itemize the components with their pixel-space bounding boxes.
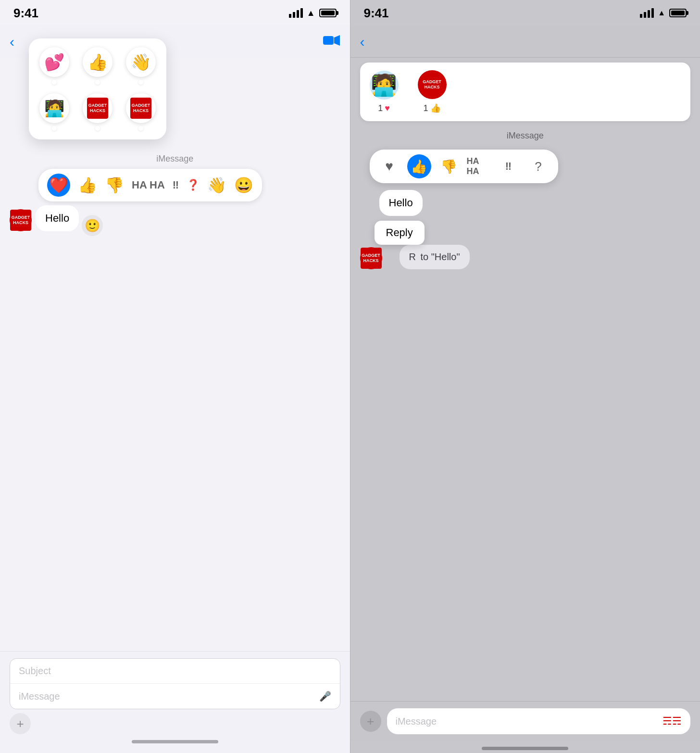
reaction-heart-bubble: 💕 <box>39 47 69 77</box>
left-input-row: + <box>10 713 340 734</box>
left-bubble-wrapper: Hello 🙂 <box>36 205 79 231</box>
right-back-button[interactable]: ‹ <box>360 34 365 50</box>
reaction-heart-item[interactable]: 💕 <box>39 47 69 85</box>
emoji-picker-button[interactable]: 🙂 <box>82 215 103 236</box>
person2-avatar: GADGET HACKS <box>418 70 447 99</box>
thumbsdown-icon: 👎 <box>440 159 457 175</box>
left-input-area: Subject iMessage 🎤 + <box>0 651 350 753</box>
right-status-icons: ▲ <box>640 8 687 18</box>
reaction-wave-item[interactable]: 👋 <box>126 47 156 85</box>
waveform-icon: ☴☴ <box>662 715 682 728</box>
right-message-area: Hello Reply GADGET HACKS R to "Hello" <box>350 190 700 701</box>
left-plus-button[interactable]: + <box>10 713 31 734</box>
reactions-top-row: 💕 👍 👋 <box>39 47 156 85</box>
reaction-thumbsup-bubble: 👍 <box>83 47 112 77</box>
reactions-bottom-row: 🧑‍💻 GADGET HACKS GADGET HACKS <box>39 93 156 131</box>
person2-reaction-count: 1 👍 <box>423 103 440 113</box>
subject-input[interactable]: Subject <box>10 659 340 684</box>
right-input-area: + iMessage ☴☴ <box>350 701 700 741</box>
video-call-button[interactable] <box>323 34 340 50</box>
right-tapback-thumbsdown[interactable]: 👎 <box>437 154 461 178</box>
right-plus-icon: + <box>367 714 374 729</box>
tapback-exclaim[interactable]: ‼️ <box>173 179 179 191</box>
thumbsup-icon: 👍 <box>411 159 427 175</box>
heart-reaction-icon: ♥ <box>385 103 390 113</box>
right-status-bar: 9:41 ▲ <box>350 0 700 26</box>
right-hello-bubble-wrapper: Hello Reply <box>370 190 423 216</box>
message-placeholder-text: iMessage <box>19 691 60 702</box>
gadget-badge-header: GADGET HACKS <box>419 71 446 98</box>
memoji-icon: 🧑‍💻 <box>371 73 397 98</box>
right-plus-button[interactable]: + <box>360 711 381 732</box>
right-home-indicator <box>482 747 568 750</box>
left-tapback-row: ❤️ 👍 👎 HA HA ‼️ ❓ 👋 😀 <box>38 169 262 201</box>
reaction-gadget1-bubble: GADGET HACKS <box>83 93 112 123</box>
reaction-person-1: 🧑‍💻 1 ♥ <box>370 71 399 113</box>
back-button[interactable]: ‹ <box>10 34 14 50</box>
person1-avatar: 🧑‍💻 <box>370 71 399 100</box>
subject-field: Subject iMessage 🎤 <box>10 658 340 709</box>
wifi-icon: ▲ <box>307 8 315 18</box>
exclaim-icon: ‼ <box>505 160 512 173</box>
reaction-memoji-dot <box>52 126 57 131</box>
right-avatar: GADGET HACKS <box>360 247 382 269</box>
reaction-thumbsup-dot <box>95 80 100 85</box>
right-partial-r: R <box>409 251 416 262</box>
right-tapback-haha[interactable]: HA HA <box>467 154 491 178</box>
tapback-emoji[interactable]: 😀 <box>234 176 253 194</box>
tapback-heart[interactable]: ❤️ <box>47 174 70 197</box>
message-input-field[interactable]: iMessage 🎤 <box>10 684 340 709</box>
battery-icon <box>319 9 337 17</box>
right-tapback-heart[interactable]: ♥ <box>377 154 401 178</box>
reactions-popup: 💕 👍 👋 🧑‍💻 GADGET HACKS <box>29 38 166 139</box>
reaction-heart-dot <box>52 80 57 85</box>
left-phone-panel: 9:41 ▲ ‹ 💕 <box>0 0 350 753</box>
right-partial-bubble: R to "Hello" <box>400 245 470 269</box>
left-status-icons: ▲ <box>289 8 337 18</box>
right-phone-panel: 9:41 ▲ ‹ 🧑‍💻 1 ♥ <box>350 0 700 753</box>
reaction-memoji-item[interactable]: 🧑‍💻 <box>39 93 69 131</box>
question-icon: ? <box>535 159 541 174</box>
reply-tooltip[interactable]: Reply <box>375 221 425 245</box>
thumbsup-reaction-icon: 👍 <box>430 103 441 113</box>
right-wifi-icon: ▲ <box>658 9 665 17</box>
right-tapback-question[interactable]: ? <box>526 154 550 178</box>
right-tapback-popup: ♥ 👍 👎 HA HA ‼ ? <box>370 150 558 183</box>
right-battery-icon <box>669 9 687 17</box>
tapback-question[interactable]: ❓ <box>187 179 200 191</box>
right-nav-bar: ‹ <box>350 26 700 58</box>
reaction-gadget2-item[interactable]: GADGET HACKS <box>126 93 156 131</box>
reaction-gadget1-item[interactable]: GADGET HACKS <box>83 93 112 131</box>
right-hello-text: Hello <box>389 197 413 209</box>
right-hello-row: Hello Reply <box>360 190 691 216</box>
right-status-time: 9:41 <box>364 6 389 21</box>
right-reaction-row: GADGET HACKS R to "Hello" <box>360 245 691 269</box>
right-gadget-badge: GADGET HACKS <box>361 248 382 269</box>
right-tapback-container: ♥ 👍 👎 HA HA ‼ ? <box>350 146 700 187</box>
right-hello-bubble: Hello <box>379 190 423 216</box>
right-imessage-label: iMessage <box>350 131 700 141</box>
tapback-thumbsdown[interactable]: 👎 <box>105 176 124 194</box>
tapback-haha[interactable]: HA HA <box>132 179 165 191</box>
right-message-input[interactable]: iMessage ☴☴ <box>387 708 691 734</box>
svg-rect-0 <box>323 36 334 45</box>
reaction-thumbsup-item[interactable]: 👍 <box>83 47 112 85</box>
mic-icon: 🎤 <box>319 690 331 702</box>
tapback-thumbsup[interactable]: 👍 <box>78 176 97 194</box>
person1-count: 1 <box>378 103 383 113</box>
heart-icon: ♥ <box>385 159 393 174</box>
left-hello-text: Hello <box>45 212 69 224</box>
reaction-person-2: GADGET HACKS 1 👍 <box>418 70 447 113</box>
right-tapback-thumbsup[interactable]: 👍 <box>407 154 431 178</box>
reaction-memoji-bubble: 🧑‍💻 <box>39 93 69 123</box>
person2-count: 1 <box>423 103 428 113</box>
svg-marker-1 <box>334 35 340 46</box>
reaction-wave-bubble: 👋 <box>126 47 156 77</box>
left-message-area: iMessage ❤️ 👍 👎 HA HA ‼️ ❓ 👋 😀 GADGET HA… <box>0 58 350 651</box>
left-home-indicator <box>132 740 218 743</box>
left-message-row: GADGET HACKS Hello 🙂 <box>10 205 340 231</box>
tapback-wave[interactable]: 👋 <box>207 176 226 194</box>
right-tapback-exclaim[interactable]: ‼ <box>497 154 521 178</box>
left-gadget-badge: GADGET HACKS <box>10 210 31 231</box>
signal-icon <box>289 8 303 18</box>
